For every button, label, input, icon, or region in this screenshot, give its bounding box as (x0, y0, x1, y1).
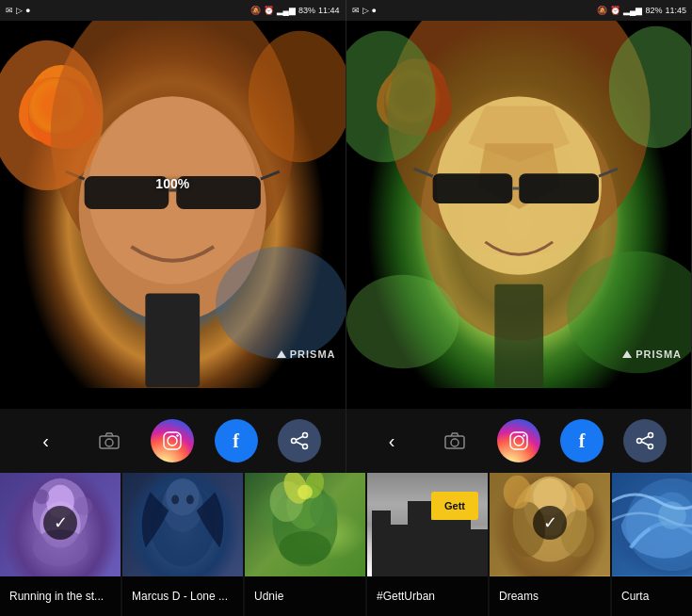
svg-point-56 (171, 494, 179, 504)
svg-point-43 (637, 439, 642, 444)
left-status-bar: ✉ ▷ ● 🔕 ⏰ ▂▄▆ 83% 11:44 (0, 0, 346, 21)
svg-point-52 (74, 496, 93, 515)
svg-point-33 (291, 439, 296, 444)
filter-check-running: ✓ (43, 506, 77, 540)
right-photo[interactable]: PRISMA (346, 21, 692, 388)
right-prisma-watermark: PRISMA (622, 349, 682, 360)
right-face-art (346, 21, 692, 388)
right-back-button[interactable]: ‹ (370, 419, 413, 462)
left-phone-screen: 100% PRISMA (0, 21, 346, 409)
filter-item-udnie[interactable]: Udnie (245, 473, 367, 616)
right-mute-icon: 🔕 (597, 6, 607, 15)
right-battery: 82% (645, 6, 662, 15)
svg-line-35 (296, 437, 302, 441)
filter-curta-art (612, 473, 692, 576)
left-camera-icon (99, 432, 120, 449)
filter-label-udnie: Udnie (245, 576, 365, 616)
left-prisma-triangle-icon (277, 350, 286, 358)
left-prisma-watermark: PRISMA (277, 349, 336, 360)
left-dot-icon: ● (25, 6, 30, 15)
svg-point-51 (34, 490, 49, 505)
left-signal-icon: ▂▄▆ (277, 6, 296, 15)
left-mute-icon: 🔕 (250, 6, 261, 15)
filter-item-dreams[interactable]: ✓ Dreams (490, 473, 612, 616)
left-photo[interactable]: 100% PRISMA (0, 21, 346, 388)
building-4 (431, 520, 452, 576)
svg-line-36 (296, 442, 302, 446)
percent-label: 100% (155, 176, 189, 191)
left-battery: 83% (298, 6, 315, 15)
svg-point-57 (186, 494, 194, 504)
left-camera-button[interactable] (88, 419, 131, 462)
filter-item-curta[interactable]: Curta (612, 473, 692, 616)
right-play-icon: ▷ (362, 6, 369, 15)
filter-label-gett: #GettUrban (367, 576, 488, 616)
right-facebook-button[interactable]: f (560, 419, 603, 462)
svg-point-41 (523, 434, 524, 436)
left-share-button[interactable] (278, 419, 321, 462)
svg-rect-18 (519, 173, 599, 203)
building-1 (372, 511, 391, 576)
filter-item-running[interactable]: ✓ Running in the st... (0, 473, 122, 616)
building-6 (471, 529, 488, 576)
svg-point-64 (298, 485, 313, 500)
filter-item-marcus[interactable]: Marcus D - Lone ... (122, 473, 245, 616)
svg-point-26 (346, 275, 459, 369)
right-alarm-icon: ⏰ (610, 6, 620, 15)
right-status-bar: ✉ ▷ ● 🔕 ⏰ ▂▄▆ 82% 11:45 (346, 0, 693, 21)
right-share-icon (636, 431, 654, 450)
filter-thumb-curta (612, 473, 692, 576)
left-facebook-icon: f (233, 430, 239, 452)
svg-point-42 (649, 433, 653, 438)
svg-point-72 (504, 476, 532, 509)
left-time: 11:44 (318, 6, 340, 15)
svg-point-40 (514, 436, 523, 446)
right-share-button[interactable] (623, 419, 667, 462)
left-back-button[interactable]: ‹ (24, 419, 68, 462)
right-dot-icon: ● (372, 6, 377, 15)
gett-content: Gett (367, 473, 488, 576)
right-instagram-icon (508, 430, 529, 451)
filter-check-dreams: ✓ (533, 506, 567, 540)
right-prisma-triangle-icon (622, 350, 632, 358)
svg-point-73 (571, 483, 594, 511)
right-status-right: 🔕 ⏰ ▂▄▆ 82% 11:45 (597, 6, 686, 15)
left-status-icons: ✉ ▷ ● (6, 6, 30, 15)
svg-rect-17 (432, 173, 512, 203)
svg-point-34 (302, 445, 307, 449)
phones-row: 100% PRISMA (0, 21, 692, 409)
right-facebook-icon: f (579, 430, 586, 452)
right-camera-button[interactable] (433, 419, 476, 462)
filter-item-gett[interactable]: Gett #GettUrban (367, 473, 490, 616)
left-play-icon: ▷ (16, 6, 23, 15)
right-status-icons: ✉ ▷ ● (352, 6, 377, 15)
building-2 (391, 525, 408, 576)
filter-label-running: Running in the st... (0, 576, 121, 616)
left-share-icon (290, 431, 309, 450)
right-instagram-button[interactable] (497, 419, 540, 462)
svg-point-30 (168, 436, 177, 446)
right-time: 11:45 (665, 6, 686, 15)
filter-marcus-art (122, 473, 243, 576)
left-facebook-button[interactable]: f (215, 419, 258, 462)
left-instagram-button[interactable] (151, 419, 194, 462)
svg-point-28 (105, 439, 113, 446)
left-instagram-icon (162, 430, 183, 451)
svg-rect-22 (494, 284, 543, 388)
left-face-art (0, 21, 346, 388)
filter-udnie-art (245, 473, 365, 576)
right-signal-icon: ▂▄▆ (623, 6, 642, 15)
gett-sign: Gett (431, 492, 478, 520)
filter-thumb-udnie (245, 473, 365, 576)
right-camera-icon (444, 432, 465, 449)
filter-label-curta: Curta (612, 576, 692, 616)
filter-thumb-gett: Gett (367, 473, 488, 576)
filter-label-marcus: Marcus D - Lone ... (122, 576, 243, 616)
filter-strip: ✓ Running in the st... Marcus D - Lone .… (0, 473, 692, 616)
filter-label-dreams: Dreams (490, 576, 610, 616)
left-alarm-icon: ⏰ (264, 6, 274, 15)
svg-point-55 (166, 478, 199, 515)
svg-point-11 (216, 247, 345, 360)
action-bars: ‹ f (0, 409, 692, 473)
left-gmail-icon: ✉ (6, 6, 13, 15)
